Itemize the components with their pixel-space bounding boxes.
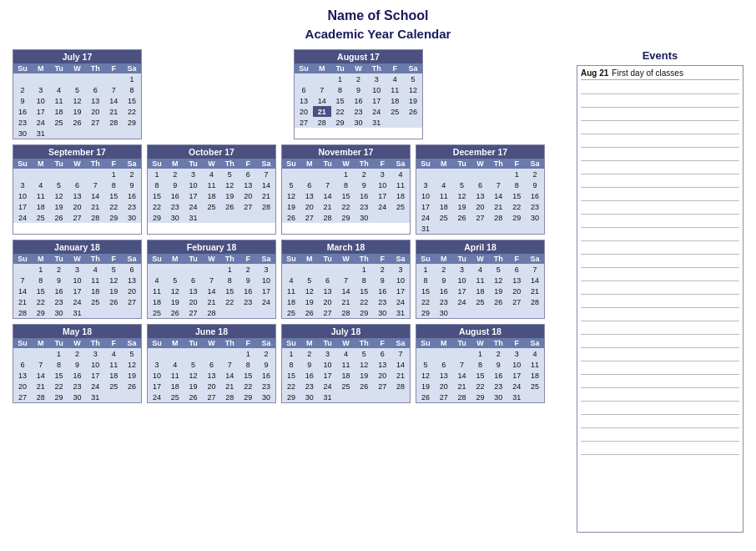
calendar-cell: 16 xyxy=(435,286,453,296)
blank-line xyxy=(581,230,739,241)
calendar-cell: 5 xyxy=(404,73,422,84)
blank-line xyxy=(581,296,739,308)
calendar-cell: 23 xyxy=(300,381,319,392)
calendar-cell: 25 xyxy=(32,212,50,223)
calendar-cell: 14 xyxy=(220,370,239,381)
calendar-cell: 20 xyxy=(471,201,490,212)
calendar-cell xyxy=(319,169,337,179)
calendar-cell: 5 xyxy=(123,348,141,359)
calendar-cell xyxy=(86,128,104,139)
calendar-cell: 27 xyxy=(13,392,32,402)
calendar-cell: 15 xyxy=(104,190,123,201)
calendar-cell: 10 xyxy=(86,359,104,370)
calendar-cell: 1 xyxy=(220,264,239,275)
calendar-cell: 13 xyxy=(239,179,257,190)
calendar-cell xyxy=(86,169,104,179)
calendar-dec17: December 17SuMTuWThFSa123456789101112131… xyxy=(416,144,545,235)
calendar-cell: 14 xyxy=(32,370,50,381)
calendar-cell xyxy=(337,392,355,402)
calendar-cell: 17 xyxy=(184,190,203,201)
calendar-cell: 14 xyxy=(453,370,471,381)
calendar-cell: 23 xyxy=(526,201,544,212)
calendar-cell: 26 xyxy=(416,392,435,402)
calendar-cell: 14 xyxy=(337,286,355,296)
calendar-cell xyxy=(435,348,453,359)
calendar-jun18: June 18SuMTuWThFSa1234567891011121314151… xyxy=(147,324,276,403)
calendar-cell: 17 xyxy=(416,201,435,212)
calendar-cell: 26 xyxy=(404,106,422,117)
calendar-cell xyxy=(68,128,87,139)
calendar-header-jul17: July 17 xyxy=(13,50,141,63)
calendar-cell xyxy=(13,264,32,275)
calendar-cell: 7 xyxy=(257,169,275,179)
day-header: Th xyxy=(86,254,104,264)
calendar-cell: 9 xyxy=(526,179,544,190)
calendar-cell: 7 xyxy=(104,84,123,95)
calendar-cell: 7 xyxy=(319,179,337,190)
calendar-cell: 14 xyxy=(13,286,32,296)
calendar-cell: 26 xyxy=(184,392,203,402)
calendar-cell: 18 xyxy=(86,286,104,296)
calendar-cell: 30 xyxy=(355,212,373,223)
blank-line xyxy=(581,323,739,335)
day-header: W xyxy=(68,338,87,348)
day-header: Tu xyxy=(184,338,203,348)
calendar-cell: 27 xyxy=(184,307,203,318)
calendar-cell: 22 xyxy=(123,106,141,117)
calendar-oct17: October 17SuMTuWThFSa1234567891011121314… xyxy=(147,144,276,235)
calendar-cell: 20 xyxy=(123,286,141,296)
calendar-cell xyxy=(489,169,507,179)
day-header: M xyxy=(300,254,319,264)
calendar-cell: 11 xyxy=(282,286,300,296)
day-header: Tu xyxy=(319,338,337,348)
calendar-cell: 14 xyxy=(257,179,275,190)
calendar-cell xyxy=(220,212,239,223)
day-header: F xyxy=(507,338,526,348)
calendar-cell: 5 xyxy=(50,179,68,190)
calendar-cell: 19 xyxy=(416,381,435,392)
calendar-cell xyxy=(13,73,32,84)
calendar-cell: 28 xyxy=(257,201,275,212)
calendar-cell: 14 xyxy=(526,275,544,286)
calendar-cell: 12 xyxy=(220,179,239,190)
calendar-cell: 25 xyxy=(166,392,184,402)
calendar-cell: 30 xyxy=(300,392,319,402)
calendar-cell: 4 xyxy=(282,275,300,286)
calendar-cell: 13 xyxy=(435,370,453,381)
day-header: F xyxy=(373,159,391,169)
calendar-cell xyxy=(123,307,141,318)
calendar-cell: 14 xyxy=(313,95,331,106)
calendar-cell xyxy=(526,307,544,318)
calendar-cell: 20 xyxy=(86,106,104,117)
calendar-cell xyxy=(239,212,257,223)
day-header: W xyxy=(68,63,87,73)
day-header: Th xyxy=(86,159,104,169)
day-header: M xyxy=(32,159,50,169)
calendar-cell: 14 xyxy=(203,286,221,296)
day-header: Tu xyxy=(184,254,203,264)
school-name: Name of School xyxy=(13,8,743,23)
calendar-cell: 11 xyxy=(337,359,355,370)
day-header: W xyxy=(337,254,355,264)
calendar-cell: 11 xyxy=(391,179,410,190)
calendar-header-jun18: June 18 xyxy=(148,325,275,338)
calendar-cell: 20 xyxy=(184,296,203,307)
calendar-cell: 16 xyxy=(489,370,507,381)
day-header: Su xyxy=(13,63,32,73)
calendar-cell: 22 xyxy=(507,201,526,212)
calendar-cell: 1 xyxy=(507,169,526,179)
calendar-cell xyxy=(282,169,300,179)
calendar-cell: 24 xyxy=(32,117,50,128)
day-header: Su xyxy=(282,254,300,264)
calendar-cell: 3 xyxy=(373,169,391,179)
calendar-cell: 24 xyxy=(453,296,471,307)
calendar-cell: 10 xyxy=(148,370,166,381)
blank-line xyxy=(581,403,739,415)
day-header: W xyxy=(68,254,87,264)
calendar-cell: 9 xyxy=(68,359,87,370)
calendar-cell: 26 xyxy=(300,307,319,318)
day-header: Tu xyxy=(453,159,471,169)
calendar-cell: 15 xyxy=(239,370,257,381)
calendar-cell: 17 xyxy=(32,106,50,117)
calendar-cell xyxy=(123,128,141,139)
